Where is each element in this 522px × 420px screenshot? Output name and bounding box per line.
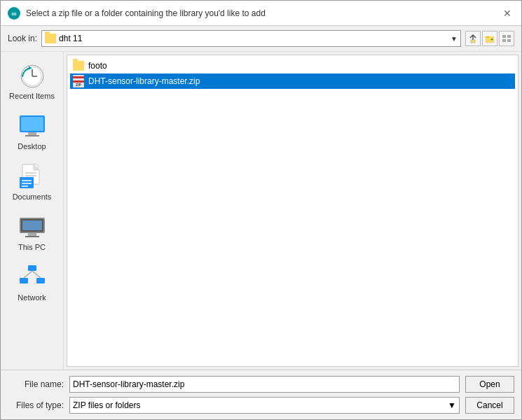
sidebar-item-recent[interactable]: Recent Items: [4, 57, 60, 105]
look-in-dropdown[interactable]: dht 11 ▼: [41, 30, 461, 47]
folder-icon: [45, 34, 56, 43]
sidebar-item-thispc-label: This PC: [18, 243, 46, 251]
filename-label: File name:: [8, 379, 64, 389]
file-name: footo: [88, 61, 107, 71]
svg-rect-33: [28, 265, 36, 271]
title-bar-left: ∞ Select a zip file or a folder containi…: [8, 7, 266, 20]
svg-rect-2: [471, 40, 475, 43]
dialog: ∞ Select a zip file or a folder containi…: [0, 0, 522, 420]
svg-rect-18: [28, 132, 36, 135]
sidebar-item-thispc[interactable]: This PC: [4, 209, 60, 256]
up-arrow-icon: [468, 34, 478, 43]
svg-text:▼: ▼: [511, 36, 511, 41]
svg-text:ZIP: ZIP: [76, 83, 81, 87]
zip-file-icon: ZIP: [73, 75, 84, 88]
dialog-title: Select a zip file or a folder containing…: [26, 8, 266, 18]
sidebar-item-network-label: Network: [18, 293, 46, 302]
svg-rect-19: [25, 135, 39, 136]
sidebar-item-documents-label: Documents: [13, 192, 52, 201]
look-in-label: Look in:: [8, 34, 37, 43]
svg-rect-30: [28, 233, 36, 236]
documents-icon: [20, 163, 45, 191]
chevron-down-icon: ▼: [451, 35, 458, 43]
view-options-button[interactable]: ▼: [499, 31, 514, 46]
file-name: DHT-sensor-library-master.zip: [88, 76, 200, 86]
view-icon: ▼: [502, 34, 511, 43]
svg-rect-39: [73, 76, 84, 78]
svg-rect-34: [20, 278, 28, 284]
file-area[interactable]: footo ZIP DHT-sensor-library-master.zip: [67, 55, 518, 367]
svg-text:∞: ∞: [11, 10, 16, 18]
close-button[interactable]: ✕: [500, 6, 514, 20]
svg-rect-8: [502, 39, 506, 42]
list-item[interactable]: ZIP DHT-sensor-library-master.zip: [70, 74, 515, 89]
sidebar: Recent Items Desktop: [1, 52, 64, 370]
network-icon: [18, 264, 46, 292]
open-button[interactable]: Open: [465, 376, 514, 393]
new-folder-icon: +: [485, 34, 495, 43]
folder-icon: [73, 61, 84, 71]
svg-line-36: [24, 271, 32, 278]
toolbar: Look in: dht 11 ▼ +: [1, 26, 521, 52]
chevron-down-icon: ▼: [448, 400, 456, 410]
recent-items-icon: [18, 62, 46, 90]
sidebar-item-desktop-label: Desktop: [18, 142, 46, 150]
this-pc-icon: [18, 215, 46, 240]
svg-rect-35: [36, 278, 45, 284]
desktop-icon: [18, 114, 46, 139]
cancel-button[interactable]: Cancel: [465, 397, 514, 414]
bottom-bar: File name: Open Files of type: ZIP files…: [1, 370, 521, 419]
app-logo-icon: ∞: [8, 7, 20, 20]
navigate-up-button[interactable]: [465, 31, 481, 46]
filename-row: File name: Open: [8, 376, 514, 393]
filetype-value: ZIP files or folders: [73, 400, 140, 410]
content-area: Recent Items Desktop: [1, 52, 521, 370]
list-item[interactable]: footo: [70, 58, 515, 74]
sidebar-item-network[interactable]: Network: [4, 259, 60, 307]
svg-line-37: [32, 271, 41, 278]
svg-rect-4: [486, 36, 489, 38]
filetype-label: Files of type:: [8, 400, 64, 410]
sidebar-item-recent-label: Recent Items: [9, 92, 55, 100]
svg-rect-17: [21, 117, 43, 131]
sidebar-item-desktop[interactable]: Desktop: [4, 108, 60, 155]
svg-rect-6: [502, 35, 506, 38]
new-folder-button[interactable]: +: [482, 31, 497, 46]
look-in-value: dht 11: [59, 34, 82, 43]
title-bar: ∞ Select a zip file or a folder containi…: [1, 1, 521, 26]
filename-input[interactable]: [69, 376, 460, 393]
toolbar-buttons: + ▼: [465, 31, 514, 46]
filetype-row: Files of type: ZIP files or folders ▼ Ca…: [8, 397, 514, 414]
svg-text:+: +: [490, 37, 493, 42]
sidebar-item-documents[interactable]: Documents: [4, 158, 60, 206]
svg-rect-32: [22, 220, 42, 230]
svg-rect-31: [25, 236, 39, 237]
filetype-dropdown[interactable]: ZIP files or folders ▼: [69, 397, 460, 414]
